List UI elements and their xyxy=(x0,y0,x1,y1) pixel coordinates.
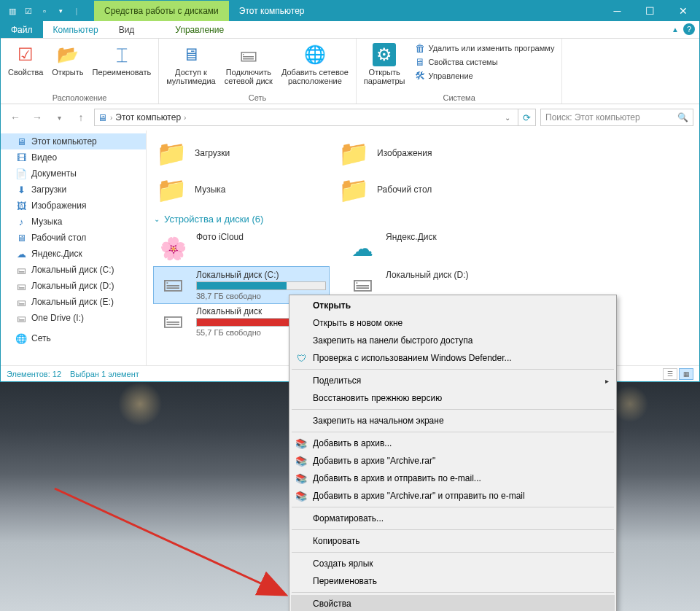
nav-network[interactable]: 🌐Сеть xyxy=(1,330,146,346)
drive-icloud[interactable]: 🌸 Фото iCloud xyxy=(154,229,329,267)
search-input[interactable] xyxy=(545,112,674,122)
view-tiles-button[interactable]: ▦ xyxy=(679,368,693,380)
maximize-button[interactable]: ☐ xyxy=(634,1,666,21)
ribbon-media-access-button[interactable]: 🖥 Доступ к мультимедиа xyxy=(163,42,219,87)
qat-newfolder-icon[interactable]: ▫ xyxy=(39,5,50,17)
cm-properties[interactable]: Свойства xyxy=(291,595,615,611)
cm-restore[interactable]: Восстановить прежнюю версию xyxy=(291,389,615,407)
status-item-count: Элементов: 12 xyxy=(7,370,61,378)
cm-rename[interactable]: Переименовать xyxy=(291,572,615,590)
navigation-pane: 🖥Этот компьютер 🎞Видео 📄Документы ⬇Загру… xyxy=(1,131,147,365)
forward-button[interactable]: → xyxy=(28,109,46,126)
cm-separator xyxy=(292,507,614,507)
submenu-arrow-icon: ▸ xyxy=(605,377,609,385)
nav-this-pc[interactable]: 🖥Этот компьютер xyxy=(1,133,146,149)
ribbon-manage-button[interactable]: 🛠 Управление xyxy=(411,69,558,82)
nav-disk-c[interactable]: 🖴Локальный диск (C:) xyxy=(1,262,146,278)
cm-add-archive[interactable]: 📚Добавить в архив... xyxy=(291,435,615,452)
crumb-sep-icon[interactable]: › xyxy=(110,114,112,122)
ribbon-add-network-button[interactable]: 🌐 Добавить сетевое расположение xyxy=(279,42,351,87)
network-icon: 🌐 xyxy=(15,332,27,344)
qat-properties-icon[interactable]: ☑ xyxy=(23,5,34,17)
cm-format[interactable]: Форматировать... xyxy=(291,510,615,527)
ribbon-map-drive-button[interactable]: 🖴 Подключить сетевой диск xyxy=(222,42,276,87)
folder-icon: 📁 xyxy=(155,137,187,169)
drive-icon: 🖴 xyxy=(15,296,27,308)
search-box[interactable]: 🔍 xyxy=(540,109,693,126)
up-button[interactable]: ↑ xyxy=(72,109,90,126)
add-network-icon: 🌐 xyxy=(303,43,327,66)
context-tab-title: Средства работы с дисками xyxy=(94,1,229,21)
cm-pin-quick[interactable]: Закрепить на панели быстрого доступа xyxy=(291,332,615,349)
nav-video[interactable]: 🎞Видео xyxy=(1,149,146,166)
help-icon[interactable]: ? xyxy=(683,23,695,35)
ribbon-open-button[interactable]: 📂 Открыть xyxy=(49,42,86,78)
pictures-icon: 🖼 xyxy=(15,200,27,211)
collapse-ribbon-icon[interactable]: ▲ xyxy=(672,26,679,34)
address-bar[interactable]: 🖥 › Этот компьютер › ⌄ xyxy=(94,109,518,126)
tab-computer[interactable]: Компьютер xyxy=(43,21,109,38)
nav-downloads[interactable]: ⬇Загрузки xyxy=(1,182,146,198)
nav-documents[interactable]: 📄Документы xyxy=(1,166,146,182)
tab-file[interactable]: Файл xyxy=(1,21,43,38)
cm-shortcut[interactable]: Создать ярлык xyxy=(291,555,615,572)
drive-icon: 🖴 xyxy=(15,280,27,292)
ribbon-rename-button[interactable]: ⌶ Переименовать xyxy=(90,42,155,78)
cm-separator xyxy=(292,432,614,432)
music-icon: ♪ xyxy=(15,216,27,227)
cm-separator xyxy=(292,369,614,370)
cm-defender[interactable]: 🛡Проверка с использованием Windows Defen… xyxy=(291,349,615,367)
history-dropdown[interactable]: ▾ xyxy=(50,109,68,126)
tab-view[interactable]: Вид xyxy=(109,21,145,38)
qat-sep: | xyxy=(71,5,82,17)
nav-music[interactable]: ♪Музыка xyxy=(1,214,146,230)
folder-pictures[interactable]: 📁 Изображения xyxy=(336,135,504,171)
cm-share[interactable]: Поделиться▸ xyxy=(291,372,615,389)
nav-yandex[interactable]: ☁Яндекс.Диск xyxy=(1,246,146,262)
back-button[interactable]: ← xyxy=(7,109,24,126)
address-dropdown-icon[interactable]: ⌄ xyxy=(500,114,515,122)
drive-icon: 🖴 xyxy=(157,270,189,296)
yandex-icon: ☁ xyxy=(15,248,27,260)
app-icon: ▥ xyxy=(7,5,18,17)
map-drive-icon: 🖴 xyxy=(237,43,260,66)
winrar-icon: 📚 xyxy=(295,472,307,484)
cm-add-email[interactable]: 📚Добавить в архив и отправить по e-mail.… xyxy=(291,470,615,487)
minimize-button[interactable]: ─ xyxy=(601,1,634,21)
folder-desktop[interactable]: 📁 Рабочий стол xyxy=(336,171,504,208)
folder-music[interactable]: 📁 Музыка xyxy=(154,171,322,208)
close-button[interactable]: ✕ xyxy=(666,1,699,21)
drive-icon: 🖴 xyxy=(15,264,27,276)
tab-manage[interactable]: Управление xyxy=(165,21,234,38)
nav-disk-e[interactable]: 🖴Локальный диск (E:) xyxy=(1,294,146,310)
ribbon-uninstall-button[interactable]: 🗑 Удалить или изменить программу xyxy=(411,42,558,55)
section-drives-header[interactable]: ⌄ Устройства и диски (6) xyxy=(154,214,692,225)
cm-open-new-window[interactable]: Открыть в новом окне xyxy=(291,314,615,332)
view-details-button[interactable]: ☰ xyxy=(663,368,677,380)
refresh-button[interactable]: ⟳ xyxy=(518,109,536,126)
nav-onedrive[interactable]: 🖴One Drive (I:) xyxy=(1,310,146,326)
crumb-sep-icon[interactable]: › xyxy=(184,114,186,122)
nav-disk-d[interactable]: 🖴Локальный диск (D:) xyxy=(1,278,146,294)
cm-add-archive-rar[interactable]: 📚Добавить в архив "Archive.rar" xyxy=(291,452,615,470)
nav-pictures[interactable]: 🖼Изображения xyxy=(1,198,146,214)
group-label-location: Расположение xyxy=(5,92,154,102)
ribbon-sysprops-button[interactable]: 🖥 Свойства системы xyxy=(411,55,558,69)
ribbon-open-settings-button[interactable]: ⚙ Открыть параметры xyxy=(361,42,408,87)
downloads-icon: ⬇ xyxy=(15,184,27,195)
cm-pin-start[interactable]: Закрепить на начальном экране xyxy=(291,412,615,429)
chevron-down-icon: ⌄ xyxy=(154,215,160,223)
nav-desktop[interactable]: 🖥Рабочий стол xyxy=(1,230,146,246)
shield-icon: 🛡 xyxy=(295,352,307,364)
cm-open[interactable]: Открыть xyxy=(291,297,615,314)
qat-dropdown-icon[interactable]: ▾ xyxy=(55,5,66,17)
drive-c-usage-bar xyxy=(196,281,326,290)
drive-yandex[interactable]: ☁ Яндекс.Диск xyxy=(343,229,518,267)
ribbon: ☑ Свойства 📂 Открыть ⌶ Переименовать Рас… xyxy=(1,39,699,104)
ribbon-properties-button[interactable]: ☑ Свойства xyxy=(5,42,46,78)
folder-downloads[interactable]: 📁 Загрузки xyxy=(154,135,322,171)
cm-add-rar-email[interactable]: 📚Добавить в архив "Archive.rar" и отправ… xyxy=(291,487,615,505)
ribbon-tabstrip: Файл Компьютер Вид Управление ▲ ? xyxy=(1,21,699,39)
crumb-this-pc[interactable]: Этот компьютер xyxy=(115,112,181,122)
cm-copy[interactable]: Копировать xyxy=(291,532,615,550)
